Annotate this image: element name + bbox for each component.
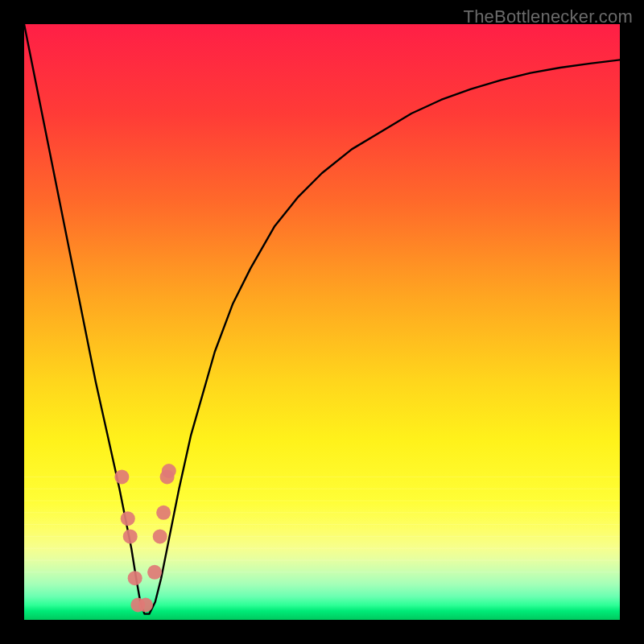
highlight-dot: [121, 511, 135, 526]
figure-canvas: TheBottlenecker.com: [0, 0, 644, 644]
gradient-background: [24, 24, 620, 620]
highlight-dot: [156, 506, 171, 520]
highlight-dot: [114, 469, 129, 484]
highlight-dot: [147, 565, 162, 580]
highlight-dot: [162, 464, 176, 478]
highlight-dot: [138, 598, 153, 613]
chart-svg: [24, 24, 620, 620]
highlight-dot: [153, 529, 167, 543]
highlight-dot: [123, 529, 138, 543]
highlight-dot: [128, 571, 142, 585]
bottleneck-curve-plot: [24, 24, 620, 620]
